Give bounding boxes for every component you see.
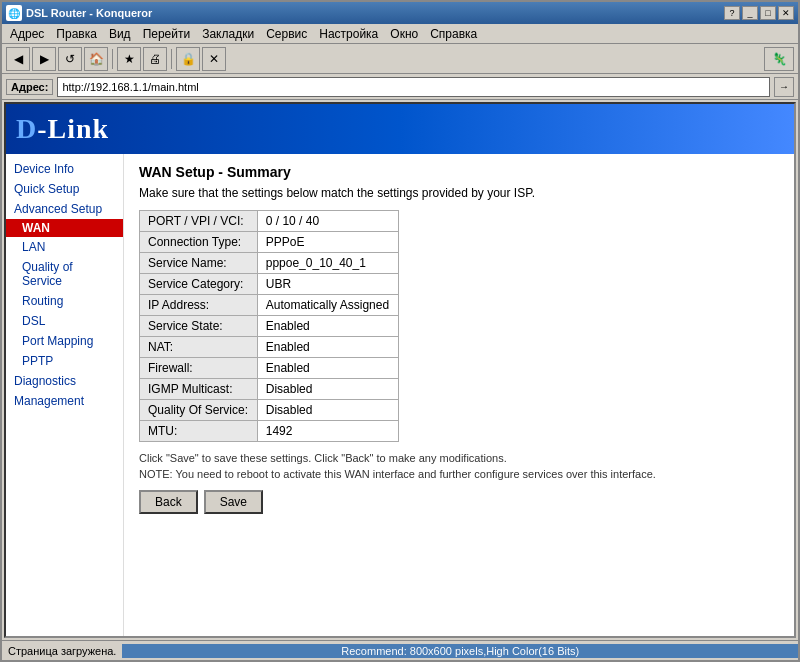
table-cell-value: Disabled (257, 379, 398, 400)
sidebar-item-wan[interactable]: WAN (6, 219, 123, 237)
go-button[interactable]: → (774, 77, 794, 97)
table-row: Firewall:Enabled (140, 358, 399, 379)
window-title: DSL Router - Konqueror (26, 7, 152, 19)
table-cell-label: Service Name: (140, 253, 258, 274)
status-left: Страница загружена. (2, 645, 122, 657)
close-button[interactable]: ✕ (778, 6, 794, 20)
menu-bar: Адрес Правка Вид Перейти Закладки Сервис… (2, 24, 798, 44)
menu-servis[interactable]: Сервис (260, 25, 313, 43)
table-cell-label: IGMP Multicast: (140, 379, 258, 400)
menu-spravka[interactable]: Справка (424, 25, 483, 43)
konqueror-icon: 🦎 (764, 47, 794, 71)
bookmarks-button[interactable]: ★ (117, 47, 141, 71)
table-row: Service State:Enabled (140, 316, 399, 337)
sidebar-item-diagnostics[interactable]: Diagnostics (6, 371, 123, 391)
button-row: Back Save (139, 490, 779, 514)
menu-vid[interactable]: Вид (103, 25, 137, 43)
page-title: WAN Setup - Summary (139, 164, 779, 180)
table-cell-value: PPPoE (257, 232, 398, 253)
table-cell-label: Firewall: (140, 358, 258, 379)
table-cell-value: UBR (257, 274, 398, 295)
content-area: WAN Setup - Summary Make sure that the s… (124, 154, 794, 636)
sidebar-item-management[interactable]: Management (6, 391, 123, 411)
toolbar: ◀ ▶ ↺ 🏠 ★ 🖨 🔒 ✕ 🦎 (2, 44, 798, 74)
table-cell-value: Enabled (257, 337, 398, 358)
table-row: NAT:Enabled (140, 337, 399, 358)
sidebar-item-routing[interactable]: Routing (6, 291, 123, 311)
status-bar: Страница загружена. Recommend: 800x600 p… (2, 640, 798, 660)
menu-zakladki[interactable]: Закладки (196, 25, 260, 43)
table-cell-label: IP Address: (140, 295, 258, 316)
menu-adres[interactable]: Адрес (4, 25, 50, 43)
table-cell-label: Service Category: (140, 274, 258, 295)
home-button[interactable]: 🏠 (84, 47, 108, 71)
table-cell-value: Automatically Assigned (257, 295, 398, 316)
table-cell-value: 0 / 10 / 40 (257, 211, 398, 232)
table-row: IP Address:Automatically Assigned (140, 295, 399, 316)
table-cell-value: Disabled (257, 400, 398, 421)
address-bar: Адрес: → (2, 74, 798, 100)
sidebar-item-dsl[interactable]: DSL (6, 311, 123, 331)
table-cell-value: Enabled (257, 358, 398, 379)
sidebar-item-lan[interactable]: LAN (6, 237, 123, 257)
table-cell-value: Enabled (257, 316, 398, 337)
sidebar-item-port-mapping[interactable]: Port Mapping (6, 331, 123, 351)
reload-button[interactable]: ↺ (58, 47, 82, 71)
table-cell-label: Connection Type: (140, 232, 258, 253)
sidebar-item-advanced-setup[interactable]: Advanced Setup (6, 199, 123, 219)
table-row: Service Category:UBR (140, 274, 399, 295)
security-button[interactable]: 🔒 (176, 47, 200, 71)
minimize-button[interactable]: _ (742, 6, 758, 20)
browser-content: D-Link Device Info Quick Setup Advanced … (4, 102, 796, 638)
sidebar-item-qos[interactable]: Quality of Service (6, 257, 123, 291)
print-button[interactable]: 🖨 (143, 47, 167, 71)
title-bar: 🌐 DSL Router - Konqueror ? _ □ ✕ (2, 2, 798, 24)
table-cell-label: PORT / VPI / VCI: (140, 211, 258, 232)
menu-nastroika[interactable]: Настройка (313, 25, 384, 43)
table-cell-value: pppoe_0_10_40_1 (257, 253, 398, 274)
menu-pravka[interactable]: Правка (50, 25, 103, 43)
table-row: Service Name:pppoe_0_10_40_1 (140, 253, 399, 274)
sidebar-item-device-info[interactable]: Device Info (6, 159, 123, 179)
table-row: Quality Of Service:Disabled (140, 400, 399, 421)
table-cell-label: MTU: (140, 421, 258, 442)
help-button[interactable]: ? (724, 6, 740, 20)
back-button[interactable]: ◀ (6, 47, 30, 71)
stop-button[interactable]: ✕ (202, 47, 226, 71)
table-row: MTU:1492 (140, 421, 399, 442)
table-row: PORT / VPI / VCI:0 / 10 / 40 (140, 211, 399, 232)
back-form-button[interactable]: Back (139, 490, 198, 514)
note2: NOTE: You need to reboot to activate thi… (139, 468, 779, 480)
sidebar-item-pptp[interactable]: PPTP (6, 351, 123, 371)
maximize-button[interactable]: □ (760, 6, 776, 20)
window-icon: 🌐 (6, 5, 22, 21)
table-cell-label: Service State: (140, 316, 258, 337)
save-button[interactable]: Save (204, 490, 263, 514)
forward-button[interactable]: ▶ (32, 47, 56, 71)
table-row: Connection Type:PPPoE (140, 232, 399, 253)
menu-pereiti[interactable]: Перейти (137, 25, 197, 43)
address-input[interactable] (57, 77, 770, 97)
table-cell-value: 1492 (257, 421, 398, 442)
sidebar: Device Info Quick Setup Advanced Setup W… (6, 154, 124, 636)
note1: Click "Save" to save these settings. Cli… (139, 452, 779, 464)
dlink-logo: D-Link (16, 113, 109, 145)
status-center: Recommend: 800x600 pixels,High Color(16 … (122, 644, 798, 658)
dlink-header: D-Link (6, 104, 794, 154)
page-subtitle: Make sure that the settings below match … (139, 186, 779, 200)
summary-table: PORT / VPI / VCI:0 / 10 / 40Connection T… (139, 210, 399, 442)
table-cell-label: NAT: (140, 337, 258, 358)
address-label: Адрес: (6, 79, 53, 95)
sidebar-item-quick-setup[interactable]: Quick Setup (6, 179, 123, 199)
table-cell-label: Quality Of Service: (140, 400, 258, 421)
menu-okno[interactable]: Окно (384, 25, 424, 43)
table-row: IGMP Multicast:Disabled (140, 379, 399, 400)
